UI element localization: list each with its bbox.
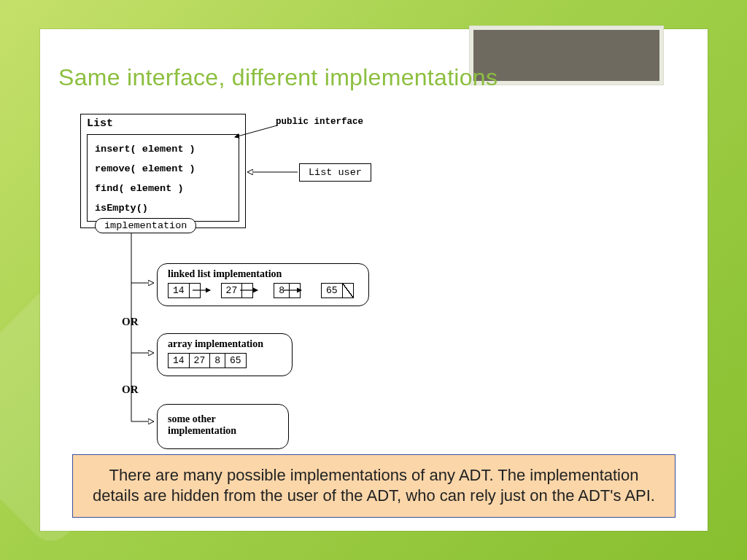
ll-node: 8 [274,283,301,298]
list-method: find( element ) [95,179,231,198]
arr-cell: 27 [189,353,211,368]
array-impl-title: array implementation [166,338,283,350]
corner-accent [469,26,664,85]
ll-node: 65 [321,283,354,298]
array-impl-box: array implementation 14 27 8 65 [157,333,293,376]
callout-box: There are many possible implementations … [72,454,676,518]
list-method: isEmpty() [95,198,231,218]
or-label-2: OR [122,384,139,396]
slide-card: Same interface, different implementation… [40,29,708,531]
other-impl-box: some other implementation [157,404,289,449]
ll-node: 27 [221,283,254,298]
linked-list-impl-box: linked list implementation 14 27 8 65 [157,263,369,306]
linked-list-nodes: 14 27 8 65 [166,283,360,298]
arr-cell: 8 [209,353,225,368]
list-user-box: List user [299,163,371,182]
list-method: remove( element ) [95,159,231,179]
list-methods-box: insert( element ) remove( element ) find… [87,134,239,222]
corner-accent-inner [473,30,659,81]
linked-list-title: linked list implementation [166,268,360,280]
or-label-1: OR [122,316,139,328]
slide-background: Same interface, different implementation… [0,0,747,560]
arr-cell: 65 [225,353,247,368]
array-cells: 14 27 8 65 [166,353,283,368]
ll-node: 14 [168,283,201,298]
list-adt-box: List insert( element ) remove( element )… [80,114,246,228]
implementation-label: implementation [95,218,196,233]
list-adt-name: List [81,114,245,134]
diagram: List insert( element ) remove( element )… [58,114,467,478]
list-method: insert( element ) [95,139,231,159]
arr-cell: 14 [168,353,190,368]
other-impl-title: some other implementation [166,413,279,437]
slide-title: Same interface, different implementation… [58,64,498,91]
public-interface-label: public interface [276,117,363,127]
